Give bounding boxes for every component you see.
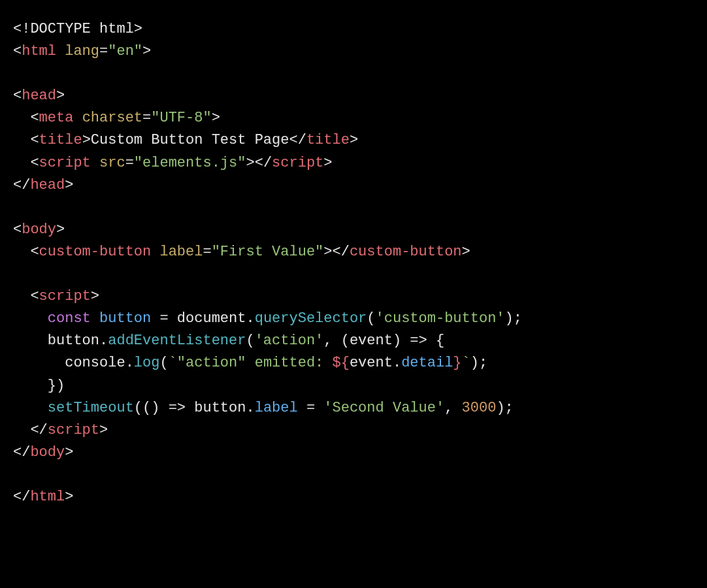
code-line: <meta charset="UTF-8"> bbox=[13, 110, 220, 126]
code-line: console.log(`"action" emitted: ${event.d… bbox=[13, 355, 487, 371]
code-line: </body> bbox=[13, 444, 73, 461]
code-line: </script> bbox=[13, 422, 108, 438]
code-line: <head> bbox=[13, 88, 65, 104]
code-line: button.addEventListener('action', (event… bbox=[13, 333, 444, 349]
code-line: </head> bbox=[13, 177, 73, 193]
code-line: <!DOCTYPE html> bbox=[13, 21, 142, 37]
code-line: <title>Custom Button Test Page</title> bbox=[13, 132, 358, 148]
code-block: <!DOCTYPE html> <html lang="en"> <head> … bbox=[13, 18, 694, 508]
code-line: <script src="elements.js"></script> bbox=[13, 155, 333, 171]
code-line: }) bbox=[13, 378, 65, 394]
code-line: <html lang="en"> bbox=[13, 43, 151, 59]
code-line: setTimeout(() => button.label = 'Second … bbox=[13, 400, 514, 416]
code-line: <custom-button label="First Value"></cus… bbox=[13, 244, 470, 260]
code-line: <script> bbox=[13, 288, 99, 304]
code-line: </html> bbox=[13, 489, 73, 505]
code-line: const button = document.querySelector('c… bbox=[13, 310, 522, 327]
code-line: <body> bbox=[13, 221, 65, 238]
